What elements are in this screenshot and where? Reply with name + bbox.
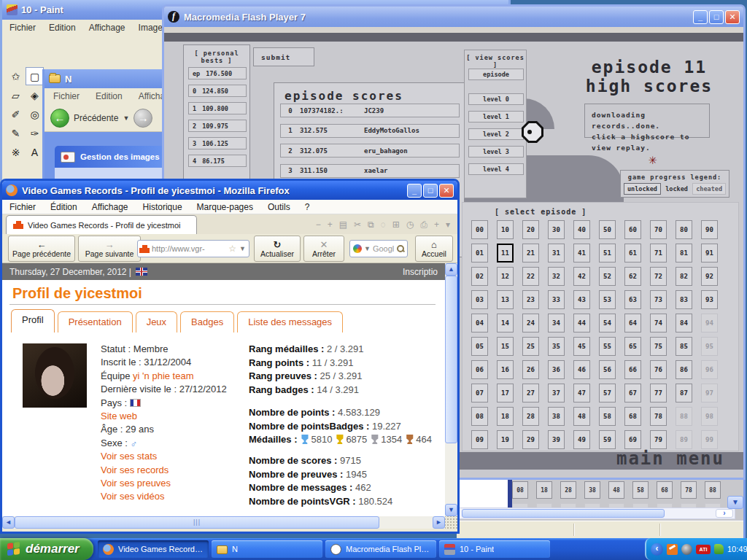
episode-cell[interactable]: 42 <box>573 267 590 286</box>
episode-cell[interactable]: 89 <box>676 430 692 449</box>
scrollbar-thumb[interactable]: ||| <box>15 516 379 529</box>
episode-score-row[interactable]: 0 107374182.: JC239 <box>280 104 460 117</box>
episode-cell[interactable]: 46 <box>573 360 590 379</box>
view-scores-button[interactable]: level 4 <box>468 163 524 175</box>
episode-cell[interactable]: 03 <box>471 290 488 309</box>
profile-tab[interactable]: Liste des messages <box>237 311 343 332</box>
episode-cell[interactable]: 43 <box>573 290 590 309</box>
episode-cell[interactable]: 94 <box>701 314 718 332</box>
task-button[interactable]: N <box>212 540 322 558</box>
toolbar-icon[interactable]: ✂ <box>354 219 361 230</box>
profile-tab[interactable]: Badges <box>180 311 234 332</box>
personal-best-row[interactable]: 1 109.800 <box>188 102 247 114</box>
view-scores-button[interactable]: level 2 <box>468 128 524 140</box>
episode-cell[interactable]: 61 <box>624 244 641 262</box>
view-scores-button[interactable]: episode <box>468 69 524 80</box>
paint-tool[interactable]: ※ <box>7 143 25 161</box>
search-input[interactable]: ▼ Googl <box>349 240 408 257</box>
paint-tool[interactable]: ▱ <box>7 86 25 104</box>
episode-cell[interactable]: 08 <box>471 407 488 426</box>
episode-cell[interactable]: 48 <box>573 407 590 426</box>
episode-cell[interactable]: 66 <box>624 360 641 379</box>
episode-cell[interactable]: 82 <box>676 267 692 286</box>
episode-cell[interactable]: 67 <box>624 384 641 402</box>
inscription-link[interactable]: Inscriptio <box>403 267 438 277</box>
episode-cell[interactable]: 58 <box>632 481 649 499</box>
picture-tasks-header[interactable]: Gestion des images <box>55 146 169 168</box>
paint-menu-item[interactable]: Fichier <box>9 23 36 33</box>
firefox-menu-item[interactable]: Édition <box>50 202 77 212</box>
toolbar-icon[interactable]: ▤ <box>339 219 347 230</box>
episode-cell[interactable]: 30 <box>548 220 565 239</box>
close-button[interactable]: ✕ <box>725 10 740 24</box>
toolbar-icon[interactable]: ▾ <box>446 219 450 230</box>
profile-link[interactable]: Site web <box>101 411 137 421</box>
episode-cell[interactable]: 37 <box>548 384 565 402</box>
episode-cell[interactable]: 35 <box>548 337 565 356</box>
episode-cell[interactable]: 78 <box>681 481 697 499</box>
firefox-menu-item[interactable]: Outils <box>268 202 290 212</box>
episode-cell[interactable]: 57 <box>599 384 616 402</box>
personal-best-row[interactable]: 3 106.125 <box>188 137 247 149</box>
episode-cell[interactable]: 68 <box>657 481 673 499</box>
episode-cell[interactable]: 04 <box>471 314 488 332</box>
episode-cell[interactable]: 08 <box>512 481 528 499</box>
episode-cell[interactable]: 47 <box>573 384 590 402</box>
episode-score-row[interactable]: 1 312.575 EddyMotoGallos <box>280 124 460 138</box>
chevron-down-icon[interactable]: ▼ <box>123 114 129 122</box>
profile-link[interactable]: Voir ses records <box>101 464 169 475</box>
profile-tab[interactable]: Présentation <box>58 311 133 332</box>
maximize-button[interactable]: □ <box>423 184 438 198</box>
forward-icon[interactable]: → <box>133 109 152 128</box>
toolbar-icon[interactable]: + <box>434 219 439 230</box>
submit-button[interactable]: submit <box>253 47 314 66</box>
url-dropdown-icon[interactable]: ▼ <box>239 245 246 252</box>
episode-cell[interactable]: 85 <box>676 337 692 356</box>
episode-cell[interactable]: 54 <box>599 314 616 332</box>
episode-cell[interactable]: 50 <box>599 220 616 239</box>
episode-cell[interactable]: 28 <box>522 407 539 426</box>
episode-cell[interactable]: 56 <box>599 360 616 379</box>
episode-cell[interactable]: 63 <box>624 290 641 309</box>
episode-cell[interactable]: 17 <box>497 384 514 402</box>
episode-cell[interactable]: 92 <box>701 267 718 286</box>
profile-tab[interactable]: Profil <box>11 309 55 332</box>
personal-best-row[interactable]: ep 176.500 <box>188 67 247 79</box>
episode-cell[interactable]: 83 <box>676 290 692 309</box>
java-tray-icon[interactable] <box>667 544 678 555</box>
episode-cell[interactable]: 00 <box>471 220 488 239</box>
toolbar-icon[interactable]: ⧉ <box>368 219 374 230</box>
episode-cell[interactable]: 23 <box>522 290 539 309</box>
episode-cell[interactable]: 98 <box>701 407 718 426</box>
episode-cell[interactable]: 87 <box>676 384 692 402</box>
paint-tool[interactable]: ◎ <box>26 105 44 123</box>
episode-cell[interactable]: 79 <box>650 430 667 449</box>
episode-cell[interactable]: 36 <box>548 360 565 379</box>
episode-cell[interactable]: 70 <box>650 220 667 239</box>
episode-score-row[interactable]: 2 312.075 eru_bahagon <box>280 144 460 158</box>
episode-score-row[interactable]: 3 311.150 xaelar <box>280 164 460 178</box>
episode-cell[interactable]: 78 <box>650 407 667 426</box>
home-button[interactable]: ⌂ Accueil <box>415 236 453 262</box>
episode-cell[interactable]: 15 <box>497 337 514 356</box>
back-button[interactable]: ← Page précédente <box>8 236 75 262</box>
paint-tool[interactable]: ✎ <box>7 124 25 142</box>
episode-cell[interactable]: 76 <box>650 360 667 379</box>
episode-cell[interactable]: 77 <box>650 384 667 402</box>
episode-cell[interactable]: 90 <box>701 220 718 239</box>
search-engine-dropdown-icon[interactable]: ▼ <box>364 245 371 252</box>
episode-cell[interactable]: 52 <box>599 267 616 286</box>
profile-link[interactable]: Voir ses preuves <box>101 478 171 489</box>
episode-cell[interactable]: 99 <box>701 430 718 449</box>
episode-cell[interactable]: 20 <box>522 220 539 239</box>
episode-cell[interactable]: 26 <box>522 360 539 379</box>
stop-button[interactable]: ✕ Arrêter <box>303 236 344 262</box>
view-scores-button[interactable]: level 0 <box>468 93 524 105</box>
horizontal-scrollbar[interactable]: ◄ ||| ► <box>2 516 457 529</box>
episode-cell[interactable]: 97 <box>701 384 718 402</box>
personal-best-row[interactable]: 2 109.975 <box>188 120 247 132</box>
episode-cell[interactable]: 32 <box>548 267 565 286</box>
episode-cell[interactable]: 53 <box>599 290 616 309</box>
episode-cell[interactable]: 81 <box>676 244 692 262</box>
episode-cell[interactable]: 06 <box>471 360 488 379</box>
